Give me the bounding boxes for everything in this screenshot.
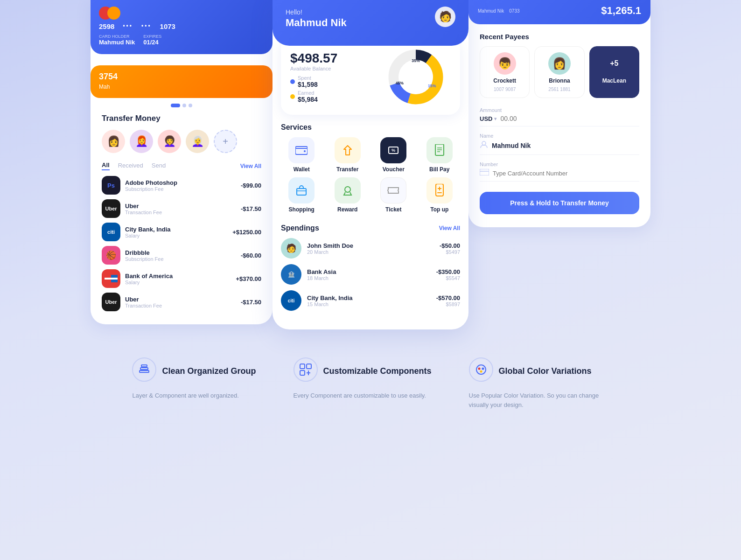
payee-more[interactable]: +5 MacLean [589, 46, 639, 98]
holder-value: Mahmud Nik [99, 39, 135, 46]
spending-amount: -$350.00 [436, 268, 460, 275]
svg-point-37 [478, 368, 480, 370]
tx-info-uber: Uber Transaction Fee [125, 203, 236, 215]
phone-left: 2598 ••• ••• 1073 CARD HOLDER Mahmud Nik… [91, 0, 273, 324]
brionna-name: Brionna [549, 77, 570, 84]
chevron-down-icon: ▾ [494, 116, 496, 121]
wallet-label: Wallet [294, 166, 310, 173]
card-holder: CARD HOLDER Mahmud Nik [99, 34, 135, 46]
payee-brionna[interactable]: 👩 Brionna 2561 1881 [534, 46, 584, 98]
right-name-block: Mahmud Nik 0733 [478, 8, 520, 14]
uber-icon: Uber [102, 199, 120, 218]
name-row: Mahmud Nik [480, 140, 639, 155]
payee-crockett[interactable]: 👦 Crockett 1007 9087 [480, 46, 530, 98]
card-number-input[interactable] [493, 170, 639, 177]
avatar-3[interactable]: 👩‍🦱 [158, 130, 181, 153]
tab-view-all[interactable]: View All [240, 163, 261, 169]
ticket-icon-wrap [380, 177, 406, 203]
tx-sub: Transaction Fee [125, 303, 236, 308]
transfer-icon-wrap [335, 137, 361, 163]
spendings-header: Spendings View All [281, 224, 460, 232]
colors-icon-wrap [469, 357, 493, 382]
service-transfer[interactable]: Transfer [327, 137, 369, 173]
spending-balance: $5547 [436, 275, 460, 281]
right-header-top: Mahmud Nik 0733 $1,265.1 [478, 5, 641, 17]
more-avatar: +5 [603, 52, 625, 75]
tx-name: Bank of America [125, 273, 231, 280]
more-label: MacLean [602, 77, 626, 84]
crockett-avatar: 👦 [494, 52, 516, 75]
feature-customizable: Customizable Components Every Component … [294, 357, 432, 409]
svg-point-12 [304, 150, 306, 152]
holder-label: CARD HOLDER [99, 34, 135, 39]
brionna-phone: 2561 1881 [548, 87, 570, 92]
service-topup[interactable]: Top up [419, 177, 461, 213]
voucher-icon-wrap: % [380, 137, 406, 163]
services-grid: Wallet Transfer % Voucher [281, 137, 460, 173]
tab-all[interactable]: All [102, 161, 110, 170]
adobe-icon: Ps [102, 176, 120, 195]
feature-colors: Global Color Variations Use Popular Colo… [469, 357, 609, 409]
service-voucher[interactable]: % Voucher [373, 137, 414, 173]
avatar-2[interactable]: 👩‍🦰 [130, 130, 153, 153]
card-blue: 2598 ••• ••• 1073 CARD HOLDER Mahmud Nik… [91, 0, 273, 54]
transfer-label: Transfer [336, 166, 358, 173]
service-billpay[interactable]: Bill Pay [419, 137, 461, 173]
service-wallet[interactable]: Wallet [281, 137, 322, 173]
tx-name: City Bank, India [125, 226, 228, 233]
tab-send[interactable]: Send [152, 162, 166, 170]
wallet-icon-wrap [288, 137, 315, 163]
service-reward[interactable]: Reward [327, 177, 369, 213]
balance-label: Available Balance [290, 66, 381, 71]
tx-name: Uber [125, 296, 236, 303]
service-ticket[interactable]: Ticket [373, 177, 414, 213]
card-dots1: ••• [123, 22, 133, 30]
colors-title: Global Color Variations [499, 366, 592, 376]
reward-icon-wrap [335, 177, 361, 203]
phone-right: Mahmud Nik 0733 $1,265.1 Recent Payees 👦… [468, 0, 650, 227]
tx-info-boa: Bank of America Salary [125, 273, 231, 285]
spending-balance: $5897 [436, 301, 460, 307]
spent-value: $1,598 [298, 81, 318, 88]
customizable-title: Customizable Components [323, 366, 432, 376]
avatar-4[interactable]: 👩‍🦳 [186, 130, 209, 153]
citybank-icon: citi [281, 290, 301, 311]
service-shopping[interactable]: Shopping [281, 177, 322, 213]
tx-info-citi: City Bank, India Salary [125, 226, 228, 238]
amount-input[interactable] [500, 115, 639, 122]
voucher-label: Voucher [383, 166, 405, 173]
table-row: citi City Bank, India Salary +$1250.00 [102, 223, 261, 241]
spending-right-bankasia: -$350.00 $5547 [436, 268, 460, 281]
currency-select[interactable]: USD ▾ [480, 115, 496, 122]
table-row: Uber Uber Transaction Fee -$17.50 [102, 293, 261, 311]
list-item: 🧑 John Smith Doe 20 March -$50.00 $5497 [281, 238, 460, 259]
avatar-1[interactable]: 👩 [102, 130, 125, 153]
feature-organized: Clean Organized Group Layer & Component … [132, 357, 256, 409]
transfer-avatars: 👩 👩‍🦰 👩‍🦱 👩‍🦳 + [102, 130, 261, 153]
spending-date: 20 March [307, 249, 434, 255]
tx-sub: Salary [125, 280, 231, 285]
recent-payees-title: Recent Payees [480, 33, 639, 41]
table-row: Uber Uber Transaction Fee -$17.50 [102, 199, 261, 218]
spendings-viewall[interactable]: View All [439, 225, 460, 231]
tab-received[interactable]: Received [118, 162, 143, 170]
add-avatar-button[interactable]: + [214, 130, 237, 153]
name-label: Name [480, 133, 639, 139]
tx-sub: Transaction Fee [125, 210, 236, 215]
features-row: Clean Organized Group Layer & Component … [0, 339, 741, 428]
shopping-icon-wrap [288, 177, 315, 203]
table-row: Ps Adobe Photoshop Subscription Fee -$99… [102, 176, 261, 195]
expiry-value: 01/24 [143, 39, 161, 46]
services-title: Services [281, 123, 460, 132]
spending-name: John Smith Doe [307, 242, 434, 249]
organized-desc: Layer & Component are well organized. [132, 391, 238, 400]
spent-label: Spent [298, 75, 318, 81]
citi-icon: citi [102, 223, 120, 241]
spendings-section: Spendings View All 🧑 John Smith Doe 20 M… [273, 217, 468, 311]
spending-info-bankasia: Bank Asia 18 March [307, 268, 431, 281]
spending-info-john: John Smith Doe 20 March [307, 242, 434, 255]
svg-rect-26 [437, 192, 442, 193]
card-expiry: EXPIRES 01/24 [143, 34, 161, 46]
card-dots2: ••• [141, 22, 152, 30]
transfer-button[interactable]: Press & Hold to Transfer Money [480, 192, 639, 214]
